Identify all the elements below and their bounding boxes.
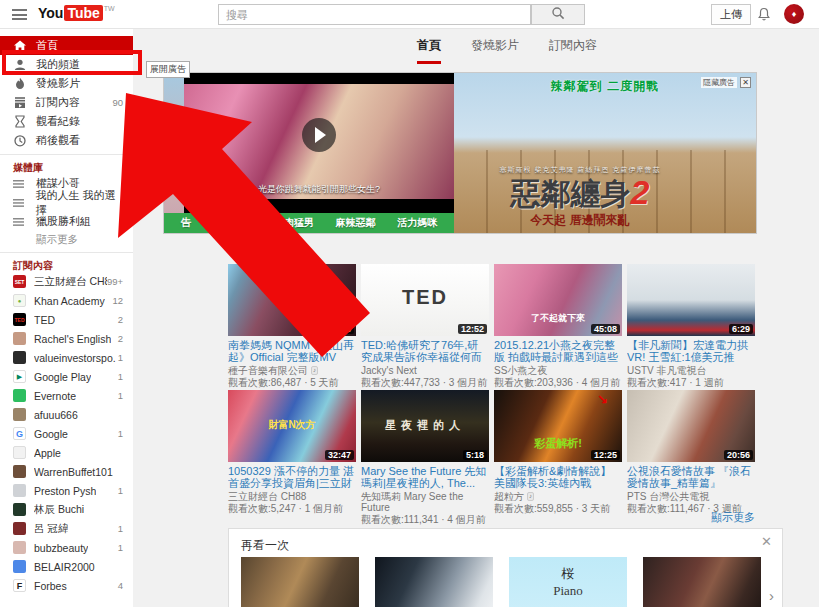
sidebar-subscription-item[interactable]: WarrenBuffet101 <box>0 462 133 481</box>
sidebar-divider <box>0 252 133 253</box>
channel-name: afuuu666 <box>34 409 78 421</box>
duration-badge: 45:08 <box>591 324 620 334</box>
ad-poster-half[interactable]: 辣鄰駕到 二度開戰 隱藏廣告 ✕ 塞斯羅根 柴克艾弗隆 蘿絲拜恩 克蘿伊摩蕾茲 … <box>454 73 756 233</box>
close-icon[interactable]: ✕ <box>761 534 772 549</box>
sidebar-subscription-item[interactable]: F Forbes 4 <box>0 576 133 595</box>
sidebar-subscription-item[interactable]: 林辰 Buchi <box>0 500 133 519</box>
unwatched-count: 99+ <box>107 276 123 287</box>
thumbnail-sublabel: Piano <box>509 583 627 599</box>
search-button[interactable] <box>531 4 585 25</box>
library-list: 權謀小哥 我的人生 我的選擇 獵股勝利組 <box>0 174 133 231</box>
video-title[interactable]: 【非凡新聞】宏達電力拱VR! 王雪紅:1億美元推VIVE <box>627 339 755 363</box>
video-thumbnail[interactable]: 3:38 <box>228 264 356 336</box>
channel-avatar: TED <box>13 313 26 326</box>
channel-avatar <box>13 465 26 478</box>
sidebar-item-history[interactable]: 觀看紀錄 <box>0 112 133 131</box>
playlist-icon <box>13 179 27 189</box>
notifications-bell-icon[interactable] <box>756 6 772 23</box>
watch-again-thumbnail[interactable]: 桜 Piano <box>509 557 627 607</box>
hamburger-menu-icon[interactable] <box>12 9 27 21</box>
verified-badge-icon: ♪ <box>311 366 318 375</box>
watch-again-thumbnail[interactable] <box>241 557 359 607</box>
channel-name[interactable]: 種子音樂有限公司 <box>228 365 308 376</box>
carousel-next-icon[interactable]: › <box>769 587 774 604</box>
video-title[interactable]: 1050329 漲不停的力量 湛首盛分享投資眉角|三立財經台... <box>228 465 356 489</box>
video-title[interactable]: Mary See the Future 先知瑪莉|星夜裡的人, The... <box>361 465 489 489</box>
sidebar-subscription-item[interactable]: afuuu666 <box>0 405 133 424</box>
sidebar-subscription-item[interactable]: BELAIR2000 <box>0 557 133 576</box>
sidebar-subscription-item[interactable]: G Google 1 <box>0 424 133 443</box>
youtube-logo[interactable]: YouTubeTW <box>38 5 115 21</box>
sidebar-subscription-item[interactable]: ▶ Google Play 1 <box>0 367 133 386</box>
sidebar-subscription-item[interactable]: Evernote 1 <box>0 386 133 405</box>
channel-avatar: ● <box>13 294 26 307</box>
grid-show-more[interactable]: 顯示更多 <box>228 510 755 525</box>
ad-video-player[interactable]: 光是你跳舞就能引開那些女生? <box>184 73 454 213</box>
unwatched-count: 4 <box>118 580 123 591</box>
watch-again-thumbnail[interactable] <box>375 557 493 607</box>
sidebar-subscription-item[interactable]: ● Khan Academy 12 <box>0 291 133 310</box>
tab-subscriptions[interactable]: 訂閱內容 <box>549 37 597 64</box>
sidebar-subscription-item[interactable]: Preston Pysh 1 <box>0 481 133 500</box>
duration-badge: 6:29 <box>729 324 753 334</box>
video-thumbnail[interactable]: TED 12:52 <box>361 264 489 336</box>
search-input[interactable] <box>218 4 531 25</box>
expand-ad-label[interactable]: 展開廣告 <box>146 61 190 78</box>
library-show-more[interactable]: 顯示更多 <box>0 231 133 248</box>
channel-name: Google Play <box>34 371 91 383</box>
video-thumbnail[interactable]: 6:29 <box>627 264 755 336</box>
video-card: 6:29 【非凡新聞】宏達電力拱VR! 王雪紅:1億美元推VIVE USTV 非… <box>627 264 755 388</box>
video-title[interactable]: 2015.12.21小燕之夜完整版 拍戲時最討厭遇到這些事! <box>494 339 622 363</box>
video-thumbnail[interactable]: 了不起就下來 45:08 <box>494 264 622 336</box>
watch-again-thumbnail[interactable] <box>643 557 761 607</box>
sidebar-subscription-item[interactable]: Rachel's English 2 <box>0 329 133 348</box>
channel-name[interactable]: USTV 非凡電視台 <box>627 365 706 376</box>
channel-name[interactable]: 超粒方 <box>494 491 524 502</box>
sidebar-item-my-channel[interactable]: 我的頻道 <box>0 55 133 74</box>
video-channel-row: USTV 非凡電視台 ♪ <box>627 365 755 376</box>
close-ad-icon[interactable]: ✕ <box>740 77 751 88</box>
channel-avatar: SET <box>13 275 26 288</box>
video-title[interactable]: 南拳媽媽 NQMM《東山再起》Official 完整版MV【HD】 <box>228 339 356 363</box>
upload-button[interactable]: 上傳 <box>711 4 751 25</box>
ad-strip-label: 居家宅爸 <box>212 216 252 230</box>
sidebar-subscription-item[interactable]: bubzbeauty 1 <box>0 538 133 557</box>
video-thumbnail[interactable]: 財富N次方 32:47 <box>228 390 356 462</box>
sidebar-item-trending[interactable]: 發燒影片 <box>0 74 133 93</box>
sidebar-playlist-item[interactable]: 我的人生 我的選擇 <box>0 193 133 212</box>
duration-badge: 5:18 <box>463 450 487 460</box>
video-title[interactable]: 【彩蛋解析&劇情解說】美國隊長3:英雄內戰 <box>494 465 622 489</box>
channel-avatar <box>13 389 26 402</box>
hide-ad-control[interactable]: 隱藏廣告 ✕ <box>701 77 751 88</box>
sidebar-item-subscriptions[interactable]: 訂閱內容 90 <box>0 93 133 112</box>
video-thumbnail[interactable]: 彩蛋解析! ↘ 12:25 <box>494 390 622 462</box>
sidebar-subscription-item[interactable]: TED TED 2 <box>0 310 133 329</box>
channel-name[interactable]: PTS 台灣公共電視 <box>627 491 709 502</box>
sidebar-item-label: 我的頻道 <box>36 57 80 72</box>
play-button[interactable] <box>302 118 336 152</box>
sidebar-item-watch-later[interactable]: 稍後觀看 <box>0 131 133 150</box>
account-avatar[interactable]: ♦ <box>784 4 804 24</box>
sidebar-item-home[interactable]: 首頁 <box>0 36 133 55</box>
video-thumbnail[interactable]: 星夜裡的人 5:18 <box>361 390 489 462</box>
ad-strip-label: 麻辣惡鄰 <box>336 216 376 230</box>
tab-trending[interactable]: 發燒影片 <box>471 37 519 64</box>
playlist-label: 我的人生 我的選擇 <box>35 188 123 218</box>
tab-home[interactable]: 首頁 <box>417 37 441 64</box>
channel-name[interactable]: Jacky's Next <box>361 365 417 376</box>
sidebar-subscription-item[interactable]: SET 三立財經台 CH88 99+ <box>0 272 133 291</box>
sidebar-subscription-item[interactable]: valueinvestorspo.. 1 <box>0 348 133 367</box>
unwatched-count: 1 <box>118 371 123 382</box>
video-title[interactable]: 公視浪石愛情故事 『浪石愛情故事_精華篇』 <box>627 465 755 489</box>
channel-name[interactable]: 三立財經台 CH88 <box>228 491 306 502</box>
sidebar-subscription-item[interactable]: 呂 冠緯 1 <box>0 519 133 538</box>
sidebar-subscription-item[interactable]: Apple <box>0 443 133 462</box>
video-thumbnail[interactable]: 20:56 <box>627 390 755 462</box>
channel-name[interactable]: SS小燕之夜 <box>494 365 547 376</box>
ad-banner[interactable]: 光是你跳舞就能引開那些女生? 告 居家宅爸 鮮肉猛男 麻辣惡鄰 活力媽咪 辣鄰駕… <box>163 72 757 234</box>
unwatched-count: 2 <box>118 314 123 325</box>
movie-title-number: 2 <box>631 173 650 211</box>
subscription-list: SET 三立財經台 CH88 99+ ● Khan Academy 12 TED… <box>0 272 133 595</box>
top-header: YouTubeTW 上傳 ♦ <box>0 0 819 29</box>
video-title[interactable]: TED:哈佛研究了76年,研究成果告訴你幸福從何而來?什.. <box>361 339 489 363</box>
